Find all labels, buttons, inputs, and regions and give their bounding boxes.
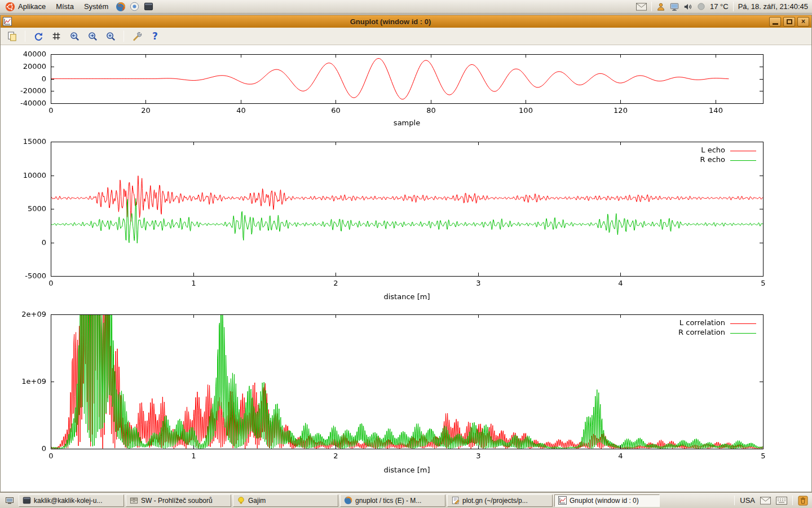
applications-menu-label: Aplikace (18, 2, 46, 11)
toggle-grid-button[interactable] (48, 29, 64, 43)
maximize-button[interactable] (783, 17, 795, 27)
terminal-icon (23, 496, 31, 505)
tray-separator (651, 2, 652, 11)
taskbar-tray: USA (734, 496, 810, 506)
firefox-icon (344, 496, 352, 505)
task-item-gajim[interactable]: Gajim (233, 494, 338, 507)
gnuplot-toolbar: ? (1, 28, 811, 45)
grid-icon (51, 31, 61, 41)
zoom-previous-button[interactable] (67, 29, 82, 43)
zoom-previous-icon (69, 31, 80, 42)
replot-button[interactable] (30, 29, 46, 43)
bottom-taskbar: kaklik@kaklik-kolej-u... SW - Prohlížeč … (0, 492, 812, 508)
firefox-launcher[interactable] (113, 0, 127, 14)
task-item-terminal[interactable]: kaklik@kaklik-kolej-u... (19, 494, 124, 507)
show-desktop-icon (5, 496, 14, 505)
task-item-firefox[interactable]: gnuplot / tics (E) - M... (340, 494, 445, 507)
weather-icon[interactable] (697, 2, 705, 11)
task-item-label: Gnuplot (window id : 0) (570, 497, 639, 505)
configure-button[interactable] (129, 29, 145, 43)
user-switcher-icon[interactable] (656, 2, 665, 11)
text-editor-icon (451, 496, 460, 505)
toolbar-separator (25, 30, 25, 42)
tray-separator (734, 496, 735, 505)
gnuplot-window-icon (3, 17, 12, 26)
refresh-icon (33, 31, 44, 42)
system-menu[interactable]: Systém (79, 0, 113, 14)
display-icon[interactable] (670, 2, 679, 11)
mail-notification-icon[interactable] (636, 3, 647, 11)
wrench-icon (132, 31, 143, 42)
help-icon: ? (152, 30, 158, 42)
task-item-label: gnuplot / tics (E) - M... (355, 497, 421, 505)
places-menu[interactable]: Místa (51, 0, 79, 14)
task-item-file-manager[interactable]: SW - Prohlížeč souborů (126, 494, 231, 507)
help-ball-icon (130, 2, 139, 11)
mail-icon[interactable] (760, 497, 771, 505)
system-menu-label: Systém (84, 2, 108, 11)
autoscale-button[interactable] (103, 29, 118, 43)
task-item-label: Gajim (248, 497, 266, 505)
trash-icon[interactable] (798, 496, 808, 506)
volume-icon[interactable] (683, 2, 692, 11)
copy-icon (7, 31, 17, 42)
gnuplot-plot-canvas[interactable] (1, 45, 811, 492)
clock-label[interactable]: Pá, 18. září, 21:40:45 (738, 2, 808, 11)
gnuplot-icon (558, 496, 567, 505)
keyboard-icon[interactable] (776, 497, 787, 505)
toolbar-separator (123, 30, 124, 42)
top-panel: Aplikace Místa Systém (0, 0, 812, 14)
top-panel-tray: 17 °C Pá, 18. září, 21:40:45 (636, 2, 812, 11)
applications-menu[interactable]: Aplikace (0, 0, 51, 14)
tray-separator (792, 496, 793, 505)
titlebar[interactable]: Gnuplot (window id : 0) × (1, 15, 811, 28)
task-item-text-editor[interactable]: plot.gn (~/projects/p... (447, 494, 553, 507)
show-desktop-button[interactable] (2, 494, 17, 507)
zoom-next-icon (87, 31, 98, 42)
task-item-label: kaklik@kaklik-kolej-u... (34, 497, 103, 505)
task-item-gnuplot[interactable]: Gnuplot (window id : 0) (554, 494, 660, 507)
firefox-icon (116, 2, 126, 12)
gnuplot-window: Gnuplot (window id : 0) × (0, 15, 812, 492)
ubuntu-logo-icon (5, 2, 15, 12)
gajim-icon (237, 496, 245, 505)
minimize-button[interactable] (769, 17, 781, 27)
copy-button[interactable] (4, 29, 20, 43)
zoom-next-button[interactable] (85, 29, 100, 43)
task-item-label: plot.gn (~/projects/p... (462, 497, 528, 505)
terminal-icon (144, 2, 153, 11)
keyboard-layout-indicator[interactable]: USA (740, 496, 755, 505)
help-launcher[interactable] (127, 0, 142, 14)
file-manager-icon (130, 496, 138, 505)
plot-surface (1, 45, 811, 492)
terminal-launcher[interactable] (142, 0, 156, 14)
tray-separator (733, 2, 734, 11)
places-menu-label: Místa (56, 2, 74, 11)
task-item-label: SW - Prohlížeč souborů (141, 497, 213, 505)
temperature-label: 17 °C (710, 2, 729, 11)
window-title: Gnuplot (window id : 0) (14, 17, 767, 26)
autoscale-icon (105, 31, 116, 42)
close-button[interactable]: × (797, 17, 809, 27)
help-button[interactable]: ? (147, 29, 163, 43)
